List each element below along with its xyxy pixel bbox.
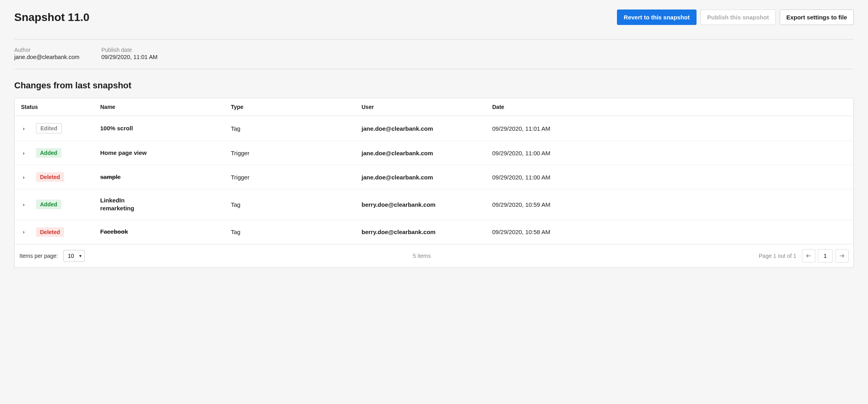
row-type: Tag [225, 189, 355, 220]
row-name: 100% scroll [100, 124, 156, 132]
page-info: Page 1 out of 1 [759, 253, 796, 259]
publish-button: Publish this snapshot [700, 10, 776, 25]
row-name: sample [100, 173, 156, 181]
expand-row-chevron-icon[interactable]: › [21, 202, 27, 208]
status-badge: Deleted [36, 227, 64, 237]
export-button[interactable]: Export settings to file [780, 10, 854, 25]
changes-table: Status Name Type User Date ›Edited100% s… [14, 98, 854, 268]
page-title: Snapshot 11.0 [14, 11, 89, 24]
items-per-page-select[interactable]: 10 [63, 250, 85, 262]
table-row: ›AddedLinkedIn remarketingTagberry.doe@c… [15, 189, 853, 220]
section-title: Changes from last snapshot [14, 80, 854, 91]
status-badge: Edited [36, 123, 62, 133]
row-type: Tag [225, 116, 355, 141]
author-value: jane.doe@clearbank.com [14, 54, 78, 60]
row-name: Home page view [100, 149, 156, 157]
row-type: Trigger [225, 141, 355, 165]
row-name: Facebook [100, 228, 156, 236]
arrow-left-icon [805, 253, 812, 259]
table-footer: Items per page: 10 5 items Page 1 out of… [15, 244, 853, 267]
row-type: Trigger [225, 165, 355, 189]
row-date: 09/29/2020, 10:59 AM [486, 189, 853, 220]
header-date: Date [486, 98, 853, 116]
expand-row-chevron-icon[interactable]: › [21, 174, 27, 180]
table-row: ›DeletedFacebookTagberry.doe@clearbank.c… [15, 220, 853, 244]
row-user: jane.doe@clearbank.com [355, 116, 486, 141]
table-row: ›Edited100% scrollTagjane.doe@clearbank.… [15, 116, 853, 141]
meta-block: Author jane.doe@clearbank.com Publish da… [14, 39, 854, 69]
publish-date-label: Publish date [101, 47, 158, 53]
header-status: Status [15, 98, 94, 116]
table-row: ›DeletedsampleTriggerjane.doe@clearbank.… [15, 165, 853, 189]
status-badge: Deleted [36, 172, 64, 182]
next-page-button[interactable] [835, 249, 849, 263]
row-user: berry.doe@clearbank.com [355, 189, 486, 220]
arrow-right-icon [839, 253, 845, 259]
row-date: 09/29/2020, 11:00 AM [486, 141, 853, 165]
row-name: LinkedIn remarketing [100, 196, 156, 213]
expand-row-chevron-icon[interactable]: › [21, 126, 27, 131]
total-items: 5 items [413, 253, 431, 259]
status-badge: Added [36, 200, 61, 209]
revert-button[interactable]: Revert to this snapshot [617, 10, 697, 25]
author-label: Author [14, 47, 78, 53]
expand-row-chevron-icon[interactable]: › [21, 150, 27, 156]
row-date: 09/29/2020, 11:00 AM [486, 165, 853, 189]
row-date: 09/29/2020, 11:01 AM [486, 116, 853, 141]
publish-date-value: 09/29/2020, 11:01 AM [101, 54, 158, 60]
items-per-page-label: Items per page: [19, 253, 58, 259]
row-date: 09/29/2020, 10:58 AM [486, 220, 853, 244]
status-badge: Added [36, 148, 61, 158]
header-type: Type [225, 98, 355, 116]
header-actions: Revert to this snapshot Publish this sna… [617, 10, 854, 25]
row-type: Tag [225, 220, 355, 244]
header-name: Name [94, 98, 225, 116]
prev-page-button[interactable] [802, 249, 815, 263]
row-user: jane.doe@clearbank.com [355, 141, 486, 165]
row-user: berry.doe@clearbank.com [355, 220, 486, 244]
expand-row-chevron-icon[interactable]: › [21, 229, 27, 235]
table-row: ›AddedHome page viewTriggerjane.doe@clea… [15, 141, 853, 165]
page-input[interactable] [818, 249, 833, 263]
row-user: jane.doe@clearbank.com [355, 165, 486, 189]
header-user: User [355, 98, 486, 116]
